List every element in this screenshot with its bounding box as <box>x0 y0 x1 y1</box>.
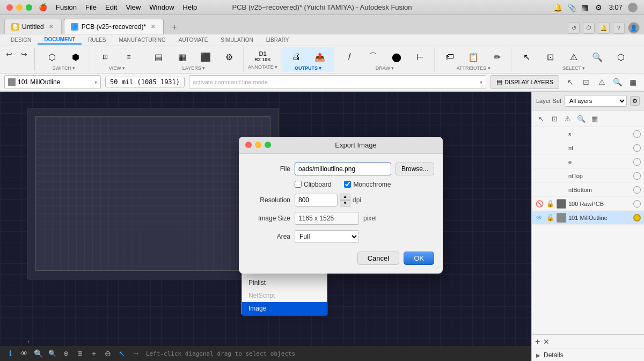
switch-btn1[interactable]: ⬡ <box>41 48 63 65</box>
menu-apple[interactable]: 🍎 <box>39 3 47 11</box>
ok-button[interactable]: OK <box>404 252 434 265</box>
layer-101-lock[interactable]: 🔓 <box>546 213 554 222</box>
layer-item-101[interactable]: 👁 🔓 101 MillOutline <box>532 211 644 225</box>
pcb-tab-close[interactable]: ✕ <box>149 23 157 31</box>
resolution-up[interactable]: ▲ <box>340 194 350 200</box>
canvas-tool-grid[interactable]: ▦ <box>626 75 640 89</box>
layer-delete-btn[interactable]: ✕ <box>543 337 550 346</box>
sublayer-nttop[interactable]: ntTop <box>532 169 644 183</box>
grid-icon[interactable]: ▦ <box>581 3 590 12</box>
canvas-tool-group[interactable]: ⊡ <box>579 75 593 89</box>
tab-help-btn[interactable]: ? <box>613 22 625 34</box>
section-design[interactable]: DESIGN <box>4 36 38 44</box>
menu-window[interactable]: Window <box>149 3 174 11</box>
layer-item-100[interactable]: 🚫 🔓 100 RawPCB <box>532 197 644 211</box>
menu-help[interactable]: Help <box>183 3 197 11</box>
select-btn3[interactable]: ⚠ <box>563 48 584 65</box>
dialog-close[interactable] <box>245 142 252 148</box>
monochrome-checkbox[interactable] <box>344 181 351 188</box>
section-library[interactable]: LIBRARY <box>260 36 296 44</box>
select-btn5[interactable]: ⬡ <box>610 48 632 65</box>
canvas-tool-warn[interactable]: ⚠ <box>595 75 609 89</box>
layer-100-vis[interactable]: 🚫 <box>535 200 544 208</box>
select-btn1[interactable]: ↖ <box>516 48 537 65</box>
sublayer-nt-radio[interactable] <box>633 144 641 152</box>
layers-btn1[interactable]: ▤ <box>148 48 169 65</box>
layer-tool-warn[interactable]: ⚠ <box>562 113 574 124</box>
profile-icon[interactable] <box>628 3 638 12</box>
draw-btn1[interactable]: / <box>339 48 360 65</box>
resolution-input[interactable] <box>295 194 338 207</box>
view-btn1[interactable]: ⊡ <box>94 48 116 65</box>
display-layers-btn[interactable]: ▤ DISPLAY LAYERS <box>491 75 559 89</box>
notification-icon[interactable]: 🔔 <box>553 3 562 12</box>
layer-set-select[interactable]: All ayers <box>565 95 627 107</box>
tab-refresh-btn[interactable]: ↺ <box>568 22 580 34</box>
minimize-window-btn[interactable] <box>16 4 23 11</box>
layers-btn3[interactable]: ⬛ <box>195 48 216 65</box>
layers-btn4[interactable]: ⚙ <box>218 48 240 65</box>
menu-file[interactable]: File <box>85 3 97 11</box>
layer-selector[interactable]: 101 MillOutline ▾ <box>4 75 101 89</box>
sublayer-e[interactable]: e <box>532 155 644 169</box>
tab-history-btn[interactable]: ⏱ <box>583 22 595 34</box>
undo-btn[interactable]: ↩ <box>2 47 16 61</box>
dialog-browse-btn[interactable]: Browse... <box>396 163 434 175</box>
sublayer-s[interactable]: s <box>532 127 644 141</box>
dialog-minimize[interactable] <box>255 142 261 148</box>
sublayer-ntbottom-radio[interactable] <box>633 186 641 194</box>
area-select[interactable]: Full <box>295 230 359 243</box>
layer-add-btn[interactable]: + <box>535 337 540 347</box>
view-btn2[interactable]: ≡ <box>118 48 140 65</box>
details-header[interactable]: ▶ Details <box>536 351 640 359</box>
untitled-tab-close[interactable]: ✕ <box>47 23 55 31</box>
close-window-btn[interactable] <box>6 4 13 11</box>
new-tab-button[interactable]: + <box>168 21 181 34</box>
clipboard-checkbox[interactable] <box>295 181 302 188</box>
layer-101-vis[interactable]: 👁 <box>535 213 544 222</box>
dialog-fullscreen[interactable] <box>265 142 271 148</box>
sublayer-e-radio[interactable] <box>633 158 641 166</box>
layer-tool-group[interactable]: ⊡ <box>548 113 560 124</box>
draw-btn4[interactable]: ⊢ <box>409 48 431 65</box>
sublayer-s-radio[interactable] <box>633 130 641 138</box>
redo-btn[interactable]: ↪ <box>17 47 31 61</box>
layer-tool-search[interactable]: 🔍 <box>575 113 587 124</box>
command-input[interactable]: activate command line mode ▾ <box>189 75 486 89</box>
annotate-d1-btn[interactable]: D1 R2 10K <box>251 48 274 64</box>
canvas-area[interactable]: + ℹ 👁 🔍 🔍 ⊕ ⊞ + ⊖ ↖ → Left-click diagona… <box>0 92 531 361</box>
outputs-export-btn[interactable]: 📤 <box>309 48 331 65</box>
attr-btn1[interactable]: 🏷 <box>439 48 460 65</box>
section-simulation[interactable]: SIMULATION <box>214 36 259 44</box>
settings-icon[interactable]: ⚙ <box>595 3 604 12</box>
tab-pcb[interactable]: 🔷 PCB (v25~recovered)* ✕ <box>64 19 164 34</box>
section-rules[interactable]: RULES <box>82 36 112 44</box>
menu-edit[interactable]: Edit <box>105 3 117 11</box>
paperclip-icon[interactable]: 📎 <box>567 3 576 12</box>
layer-tool-select[interactable]: ↖ <box>535 113 547 124</box>
layer-tool-grid[interactable]: ▦ <box>589 113 601 124</box>
canvas-tool-search[interactable]: 🔍 <box>610 75 624 89</box>
layer-100-lock[interactable]: 🔓 <box>546 200 554 208</box>
section-automate[interactable]: AUTOMATE <box>172 36 215 44</box>
tab-notifications-btn[interactable]: 🔔 <box>598 22 610 34</box>
attr-btn2[interactable]: 📋 <box>463 48 484 65</box>
draw-btn3[interactable]: ⬤ <box>386 48 407 65</box>
canvas-tool-select[interactable]: ↖ <box>564 75 577 89</box>
draw-btn2[interactable]: ⌒ <box>362 48 384 65</box>
attr-btn3[interactable]: ✏ <box>486 48 508 65</box>
layer-set-gear[interactable]: ⚙ <box>630 96 640 106</box>
menu-fusion[interactable]: Fusion <box>56 3 77 11</box>
sublayer-nt[interactable]: nt <box>532 141 644 155</box>
cancel-button[interactable]: Cancel <box>357 252 399 265</box>
select-btn4[interactable]: 🔍 <box>587 48 608 65</box>
sublayer-nttop-radio[interactable] <box>633 172 641 180</box>
menu-view[interactable]: View <box>126 3 141 11</box>
section-manufacturing[interactable]: MANUFACTURING <box>112 36 172 44</box>
fullscreen-window-btn[interactable] <box>26 4 32 11</box>
select-btn2[interactable]: ⊡ <box>539 48 561 65</box>
section-document[interactable]: DOCUMENT <box>38 35 82 45</box>
sublayer-ntbottom[interactable]: ntBottom <box>532 183 644 197</box>
tab-untitled[interactable]: 📄 Untitled ✕ <box>4 19 62 34</box>
outputs-print-btn[interactable]: 🖨 <box>286 48 307 65</box>
